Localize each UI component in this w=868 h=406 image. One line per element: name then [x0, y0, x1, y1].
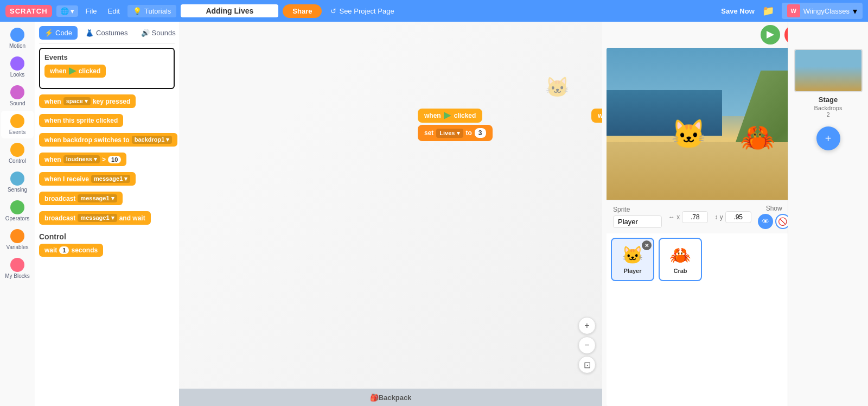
edit-menu[interactable]: Edit — [105, 5, 123, 17]
sprite-card-crab[interactable]: 🦀 Crab — [659, 238, 702, 281]
control-dot — [10, 143, 24, 157]
sprite-name-input[interactable] — [613, 215, 662, 228]
sidebar-item-sound[interactable]: Sound — [1, 82, 34, 110]
and-wait-label: and wait — [119, 214, 145, 222]
wait-value[interactable]: 1 — [59, 246, 69, 254]
ws-set-lives-block[interactable]: set Lives ▾ to 3 — [418, 125, 493, 141]
save-now-button[interactable]: Save Now — [721, 7, 754, 15]
myblocks-label: My Blocks — [5, 273, 30, 279]
zoom-out-button[interactable]: − — [578, 337, 596, 354]
share-button[interactable]: Share — [283, 4, 322, 18]
sidebar-item-operators[interactable]: Operators — [1, 197, 34, 225]
control-section-title: Control — [39, 232, 175, 241]
when-sprite-clicked-block[interactable]: when this sprite clicked — [39, 114, 123, 127]
tab-costumes[interactable]: 👗 Costumes — [80, 26, 133, 40]
crab-sprite[interactable]: 🦀 — [740, 121, 775, 154]
player-sprite-name: Player — [623, 268, 641, 274]
motion-label: Motion — [9, 43, 25, 49]
sounds-tab-label: Sounds — [152, 29, 176, 37]
sidebar-item-looks[interactable]: Looks — [1, 53, 34, 81]
add-backdrop-button[interactable]: + — [816, 126, 840, 150]
project-title-input[interactable] — [181, 4, 278, 17]
when-key-pressed-block[interactable]: when space ▾ key pressed — [39, 94, 136, 108]
key-dropdown[interactable]: space ▾ — [63, 97, 91, 105]
sidebar-item-motion[interactable]: Motion — [1, 24, 34, 52]
fit-button[interactable]: ⊡ — [578, 356, 596, 373]
top-nav: SCRATCH 🌐 ▾ File Edit 💡 Tutorials Share … — [0, 0, 868, 22]
ws-when-label-2: when — [598, 112, 602, 119]
broadcast-block[interactable]: broadcast message1 ▾ — [39, 192, 123, 205]
sidebar-item-sensing[interactable]: Sensing — [1, 168, 34, 196]
tab-sounds[interactable]: 🔊 Sounds — [136, 26, 179, 40]
when-receive-row: when I receive message1 ▾ — [39, 172, 175, 189]
ws-when-clicked-block-1[interactable]: when clicked — [418, 109, 482, 123]
seconds-label: seconds — [71, 246, 98, 254]
sound-label: Sound — [10, 100, 25, 106]
tab-code[interactable]: ⚡ Code — [39, 26, 78, 40]
user-menu[interactable]: W WiingyClasses ▾ — [782, 3, 863, 19]
when-loudness-label: when — [44, 156, 61, 163]
events-dot — [10, 114, 24, 128]
wait-block[interactable]: wait 1 seconds — [39, 244, 103, 257]
file-menu[interactable]: File — [82, 5, 100, 17]
sidebar-item-variables[interactable]: Variables — [1, 226, 34, 253]
green-flag-button[interactable] — [761, 25, 780, 45]
user-name: WiingyClasses — [803, 7, 850, 15]
ws-flag-icon-1 — [444, 112, 451, 119]
tutorials-label: Tutorials — [144, 7, 171, 15]
zoom-in-button[interactable]: + — [578, 317, 596, 334]
control-label: Control — [9, 158, 26, 164]
add-backdrop-icon: + — [825, 132, 832, 145]
sidebar-item-events[interactable]: Events — [1, 111, 34, 138]
broadcast-message-dropdown[interactable]: message1 ▾ — [78, 194, 117, 202]
broadcast-wait-block[interactable]: broadcast message1 ▾ and wait — [39, 211, 151, 225]
sprite-x-group: ↔ x — [668, 211, 708, 223]
scratch-logo[interactable]: SCRATCH — [5, 5, 52, 17]
operators-label: Operators — [5, 215, 29, 221]
events-label: Events — [9, 129, 26, 135]
x-coord-input[interactable] — [682, 211, 708, 223]
wait-block-row: wait 1 seconds — [39, 244, 175, 260]
sprite-card-player[interactable]: ✕ 🐱 Player — [611, 238, 654, 281]
backdrop-dropdown[interactable]: backdrop1 ▾ — [132, 136, 173, 144]
costumes-tab-label: Costumes — [96, 29, 128, 37]
when-flag-clicked-block[interactable]: when clicked — [44, 65, 106, 78]
y-coord-input[interactable] — [725, 211, 751, 223]
when-loudness-block[interactable]: when loudness ▾ > 10 — [39, 153, 126, 166]
see-project-button[interactable]: ↺ See Project Page — [326, 5, 398, 17]
show-visible-button[interactable]: 👁 — [758, 214, 773, 229]
broadcast-wait-label: broadcast — [44, 214, 75, 222]
sprite-delete-player[interactable]: ✕ — [642, 240, 652, 250]
sensing-dot — [10, 172, 24, 186]
crab-sprite-icon: 🦀 — [669, 245, 691, 265]
when-backdrop-block[interactable]: when backdrop switches to backdrop1 ▾ — [39, 133, 177, 147]
folder-button[interactable]: 📁 — [759, 5, 777, 17]
main-area: Motion Looks Sound Events Control Sensin… — [0, 22, 868, 406]
backpack-label: Backpack — [379, 394, 412, 402]
when-key-pressed-row: when space ▾ key pressed — [39, 94, 175, 111]
when-key-label: when — [44, 98, 61, 105]
block-group-1[interactable]: when clicked set Lives ▾ to 3 — [418, 109, 493, 142]
loudness-dropdown[interactable]: loudness ▾ — [63, 155, 100, 163]
gt-label: > — [102, 156, 106, 163]
workspace-canvas[interactable]: when clicked set Lives ▾ to 3 when click… — [179, 22, 602, 406]
ws-when-label-1: when — [424, 112, 441, 119]
looks-label: Looks — [10, 72, 25, 78]
tutorials-button[interactable]: 💡 Tutorials — [127, 5, 176, 17]
message1-dropdown[interactable]: message1 ▾ — [91, 175, 130, 183]
variables-dot — [10, 229, 24, 243]
ws-when-clicked-block-2[interactable]: when clicked — [591, 109, 602, 123]
globe-button[interactable]: 🌐 ▾ — [56, 5, 78, 17]
player-sprite[interactable]: 🐱 — [671, 118, 706, 151]
ws-lives-dropdown[interactable]: Lives ▾ — [436, 129, 463, 138]
backpack-bar[interactable]: 🎒 Backpack — [179, 389, 602, 406]
ws-lives-value[interactable]: 3 — [475, 128, 486, 138]
loudness-value[interactable]: 10 — [108, 156, 121, 163]
sidebar-item-myblocks[interactable]: My Blocks — [1, 255, 34, 282]
stage-thumbnail[interactable] — [794, 49, 863, 92]
broadcast-wait-message-dropdown[interactable]: message1 ▾ — [78, 214, 117, 222]
when-backdrop-row: when backdrop switches to backdrop1 ▾ — [39, 133, 175, 150]
when-receive-block[interactable]: when I receive message1 ▾ — [39, 172, 136, 186]
block-group-2[interactable]: when clicked — [591, 109, 602, 124]
sidebar-item-control[interactable]: Control — [1, 139, 34, 167]
